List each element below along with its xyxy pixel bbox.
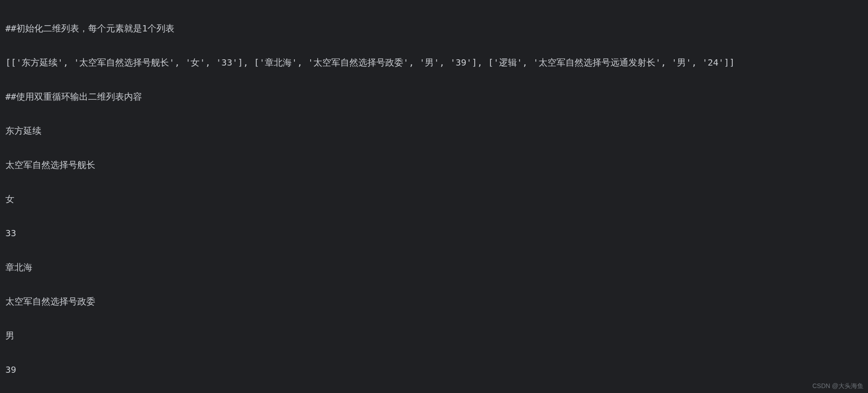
output-value: 章北海 — [5, 259, 863, 276]
output-value: 女 — [5, 190, 863, 208]
watermark-text: CSDN @大头海鱼 — [812, 382, 864, 390]
output-value: 东方延续 — [5, 122, 863, 139]
output-value: 男 — [5, 327, 863, 344]
comment-init: ##初始化二维列表，每个元素就是1个列表 — [5, 20, 863, 37]
output-value: 太空军自然选择号舰长 — [5, 156, 863, 173]
output-value: 39 — [5, 361, 863, 378]
output-value: 33 — [5, 225, 863, 242]
comment-loop: ##使用双重循环输出二维列表内容 — [5, 88, 863, 105]
output-value: 太空军自然选择号政委 — [5, 293, 863, 310]
list-literal: [['东方延续', '太空军自然选择号舰长', '女', '33'], ['章北… — [5, 54, 863, 71]
code-output-block: ##初始化二维列表，每个元素就是1个列表 [['东方延续', '太空军自然选择号… — [0, 0, 868, 393]
